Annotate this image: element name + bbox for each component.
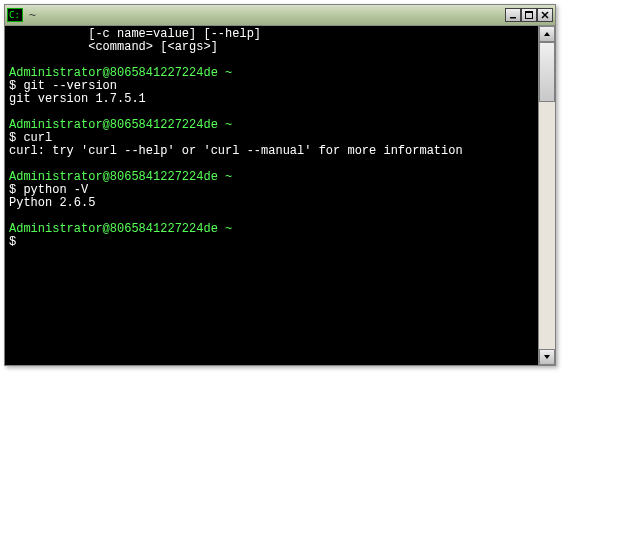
- prompt-text: Administrator@8065841227224de ~: [9, 170, 232, 184]
- command-text: git --version: [23, 79, 117, 93]
- scroll-track[interactable]: [539, 42, 555, 349]
- output-text: Python 2.6.5: [9, 196, 95, 210]
- maximize-icon: [525, 11, 533, 19]
- terminal-line: <command> [<args>]: [9, 41, 534, 54]
- prompt-symbol: $: [9, 131, 23, 145]
- prompt-text: Administrator@8065841227224de ~: [9, 118, 232, 132]
- scroll-up-button[interactable]: [539, 26, 555, 42]
- maximize-button[interactable]: [521, 8, 537, 22]
- scrollbar[interactable]: [538, 26, 555, 365]
- svg-marker-5: [544, 32, 550, 36]
- close-icon: [541, 11, 549, 19]
- terminal-line: curl: try 'curl --help' or 'curl --manua…: [9, 145, 534, 158]
- app-icon-glyph: C:: [9, 11, 20, 20]
- svg-marker-6: [544, 355, 550, 359]
- scroll-down-button[interactable]: [539, 349, 555, 365]
- svg-rect-0: [510, 17, 516, 19]
- minimize-button[interactable]: [505, 8, 521, 22]
- prompt-text: Administrator@8065841227224de ~: [9, 222, 232, 236]
- terminal-line: Administrator@8065841227224de ~: [9, 223, 534, 236]
- terminal-content[interactable]: [-c name=value] [--help] <command> [<arg…: [5, 26, 538, 365]
- output-text: curl: try 'curl --help' or 'curl --manua…: [9, 144, 463, 158]
- output-text: <command> [<args>]: [9, 40, 218, 54]
- prompt-symbol: $: [9, 183, 23, 197]
- minimize-icon: [509, 11, 517, 19]
- terminal-line: $: [9, 236, 534, 249]
- close-button[interactable]: [537, 8, 553, 22]
- terminal-body: [-c name=value] [--help] <command> [<arg…: [5, 26, 555, 365]
- output-text: git version 1.7.5.1: [9, 92, 146, 106]
- terminal-line: Administrator@8065841227224de ~: [9, 119, 534, 132]
- terminal-line: git version 1.7.5.1: [9, 93, 534, 106]
- chevron-down-icon: [543, 353, 551, 361]
- terminal-window: C: ~ [-c name=value] [--help] <command> …: [4, 4, 556, 366]
- titlebar[interactable]: C: ~: [5, 5, 555, 26]
- prompt-symbol: $: [9, 79, 23, 93]
- app-icon: C:: [7, 8, 23, 22]
- terminal-line: Python 2.6.5: [9, 197, 534, 210]
- scroll-thumb[interactable]: [539, 42, 555, 102]
- prompt-text: Administrator@8065841227224de ~: [9, 66, 232, 80]
- window-controls: [505, 8, 553, 22]
- command-text: python -V: [23, 183, 88, 197]
- output-text: [-c name=value] [--help]: [9, 27, 261, 41]
- chevron-up-icon: [543, 30, 551, 38]
- command-text: curl: [23, 131, 52, 145]
- svg-rect-2: [526, 12, 533, 14]
- window-title: ~: [29, 8, 505, 22]
- prompt-symbol: $: [9, 235, 23, 249]
